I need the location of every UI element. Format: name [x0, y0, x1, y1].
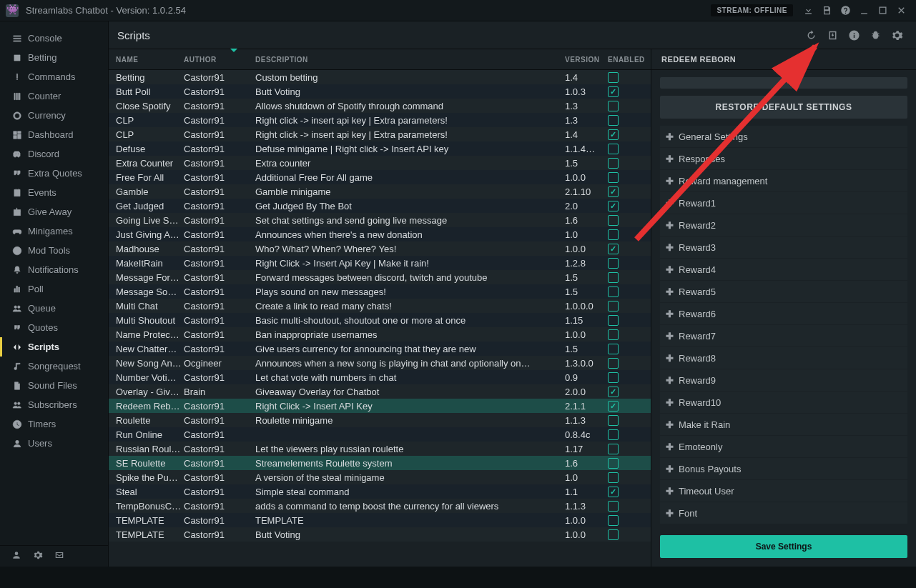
enabled-checkbox[interactable] — [608, 387, 619, 397]
sidebar-item-poll[interactable]: Poll — [0, 279, 108, 299]
enabled-checkbox[interactable] — [608, 315, 619, 326]
enabled-checkbox[interactable] — [608, 529, 619, 540]
config-section-make-it-rain[interactable]: ✚Make it Rain — [660, 414, 907, 435]
sidebar-item-quotes[interactable]: Quotes — [0, 318, 108, 337]
import-icon[interactable] — [822, 24, 843, 46]
table-row[interactable]: Message For…Castorr91Forward messages be… — [109, 270, 651, 284]
table-row[interactable]: Close SpotifyCastorr91Allows shutdown of… — [109, 99, 651, 113]
sidebar-item-dashboard[interactable]: Dashboard — [0, 125, 108, 144]
enabled-checkbox[interactable] — [608, 115, 619, 126]
config-section-reward10[interactable]: ✚Reward10 — [660, 392, 907, 413]
table-row[interactable]: Multi ShoutoutCastorr91Basic multi-shout… — [109, 313, 651, 327]
sidebar-item-betting[interactable]: Betting — [0, 48, 108, 67]
table-row[interactable]: Run OnlineCastorr910.8.4c — [109, 427, 651, 442]
enabled-checkbox[interactable] — [608, 415, 619, 426]
enabled-checkbox[interactable] — [608, 286, 619, 297]
table-row[interactable]: DefuseCastorr91Defuse minigame | Right c… — [109, 141, 651, 156]
config-section-reward9[interactable]: ✚Reward9 — [660, 369, 907, 391]
table-row[interactable]: StealCastorr91Simple steal command1.1 — [109, 484, 651, 499]
col-author[interactable]: AUTHOR — [184, 56, 255, 64]
table-row[interactable]: Number Voti…Castorr91Let chat vote with … — [109, 370, 651, 384]
info-icon[interactable] — [843, 24, 865, 46]
enabled-checkbox[interactable] — [608, 272, 619, 283]
save-icon[interactable] — [817, 1, 836, 20]
config-section-reward7[interactable]: ✚Reward7 — [660, 325, 907, 347]
col-version[interactable]: VERSION — [565, 56, 608, 64]
table-row[interactable]: TempBonusC…Castorr91adds a command to te… — [109, 499, 651, 513]
enabled-checkbox[interactable] — [608, 458, 619, 469]
table-row[interactable]: Free For AllCastorr91Additional Free For… — [109, 170, 651, 184]
table-row[interactable]: GambleCastorr91Gamble minigame2.1.10 — [109, 184, 651, 199]
gear-icon[interactable] — [33, 550, 43, 562]
minimize-icon[interactable] — [855, 1, 873, 20]
reload-icon[interactable] — [800, 24, 822, 46]
enabled-checkbox[interactable] — [608, 472, 619, 483]
enabled-checkbox[interactable] — [608, 358, 619, 369]
table-row[interactable]: Going Live S…Castorr91Set chat settings … — [109, 213, 651, 227]
enabled-checkbox[interactable] — [608, 158, 619, 169]
enabled-checkbox[interactable] — [608, 372, 619, 383]
enabled-checkbox[interactable] — [608, 244, 619, 254]
sidebar-item-scripts[interactable]: Scripts — [0, 337, 108, 357]
sidebar-item-users[interactable]: Users — [0, 434, 108, 453]
sidebar-item-minigames[interactable]: Minigames — [0, 221, 108, 241]
config-section-reward4[interactable]: ✚Reward4 — [660, 259, 907, 280]
config-search-input[interactable] — [660, 77, 907, 89]
config-section-reward5[interactable]: ✚Reward5 — [660, 281, 907, 302]
sidebar-item-console[interactable]: Console — [0, 29, 108, 48]
table-header[interactable]: NAME AUTHOR DESCRIPTION VERSION ENABLED — [109, 49, 651, 70]
config-section-timeout-user[interactable]: ✚Timeout User — [660, 480, 907, 502]
sidebar-item-discord[interactable]: Discord — [0, 144, 108, 164]
table-row[interactable]: TEMPLATECastorr91Butt Voting1.0.0 — [109, 527, 651, 542]
config-section-reward8[interactable]: ✚Reward8 — [660, 347, 907, 369]
enabled-checkbox[interactable] — [608, 258, 619, 269]
sidebar-item-commands[interactable]: Commands — [0, 67, 108, 86]
sidebar-item-extra-quotes[interactable]: Extra Quotes — [0, 164, 108, 183]
config-section-emoteonly[interactable]: ✚Emoteonly — [660, 436, 907, 457]
col-name[interactable]: NAME — [109, 56, 184, 64]
table-row[interactable]: New Song An…OcgineerAnnounces when a new… — [109, 356, 651, 370]
config-section-bonus-payouts[interactable]: ✚Bonus Payouts — [660, 458, 907, 479]
maximize-icon[interactable] — [873, 1, 892, 20]
enabled-checkbox[interactable] — [608, 401, 619, 412]
sidebar-item-currency[interactable]: Currency — [0, 106, 108, 125]
table-row[interactable]: New Chatter…Castorr91Give users currency… — [109, 342, 651, 356]
enabled-checkbox[interactable] — [608, 501, 619, 512]
enabled-checkbox[interactable] — [608, 129, 619, 140]
config-section-font[interactable]: ✚Font — [660, 502, 907, 524]
col-description[interactable]: DESCRIPTION — [255, 56, 565, 64]
enabled-checkbox[interactable] — [608, 487, 619, 497]
sidebar-item-give-away[interactable]: Give Away — [0, 202, 108, 221]
enabled-checkbox[interactable] — [608, 144, 619, 154]
sidebar-item-timers[interactable]: Timers — [0, 414, 108, 434]
table-row[interactable]: TEMPLATECastorr91TEMPLATE1.0.0 — [109, 513, 651, 527]
sidebar-item-subscribers[interactable]: Subscribers — [0, 395, 108, 414]
table-row[interactable]: CLPCastorr91Right click -> insert api ke… — [109, 113, 651, 127]
enabled-checkbox[interactable] — [608, 215, 619, 226]
table-row[interactable]: Name Protec…Castorr91Ban inappropriate u… — [109, 327, 651, 342]
restore-defaults-button[interactable]: RESTORE DEFAULT SETTINGS — [660, 96, 907, 119]
sidebar-item-notifications[interactable]: Notifications — [0, 260, 108, 279]
enabled-checkbox[interactable] — [608, 429, 619, 440]
sidebar-item-songrequest[interactable]: Songrequest — [0, 357, 108, 376]
mail-icon[interactable] — [54, 550, 64, 562]
enabled-checkbox[interactable] — [608, 201, 619, 211]
bug-icon[interactable] — [865, 24, 886, 46]
table-row[interactable]: Russian Roul…Castorr91Let the viewers pl… — [109, 442, 651, 456]
config-section-reward2[interactable]: ✚Reward2 — [660, 214, 907, 236]
sidebar-item-sound-files[interactable]: Sound Files — [0, 376, 108, 395]
table-row[interactable]: Redeem Reb…Castorr91Right Click -> Inser… — [109, 399, 651, 413]
settings-icon[interactable] — [886, 24, 907, 46]
table-row[interactable]: SE RouletteCastorr91Streamelements Roule… — [109, 456, 651, 470]
table-row[interactable]: Message So…Castorr91Plays sound on new m… — [109, 284, 651, 299]
enabled-checkbox[interactable] — [608, 329, 619, 340]
help-icon[interactable] — [836, 1, 855, 20]
table-row[interactable]: RouletteCastorr91Roulette minigame1.1.3 — [109, 413, 651, 427]
config-section-responses[interactable]: ✚Responses — [660, 148, 907, 169]
table-row[interactable]: BettingCastorr91Custom betting1.4 — [109, 70, 651, 84]
config-section-reward3[interactable]: ✚Reward3 — [660, 236, 907, 258]
table-row[interactable]: Overlay - Give…BrainGiveaway Overlay for… — [109, 384, 651, 399]
enabled-checkbox[interactable] — [608, 301, 619, 312]
table-row[interactable]: Butt PollCastorr91Butt Voting1.0.3 — [109, 84, 651, 99]
table-row[interactable]: Extra CounterCastorr91Extra counter1.5 — [109, 156, 651, 170]
